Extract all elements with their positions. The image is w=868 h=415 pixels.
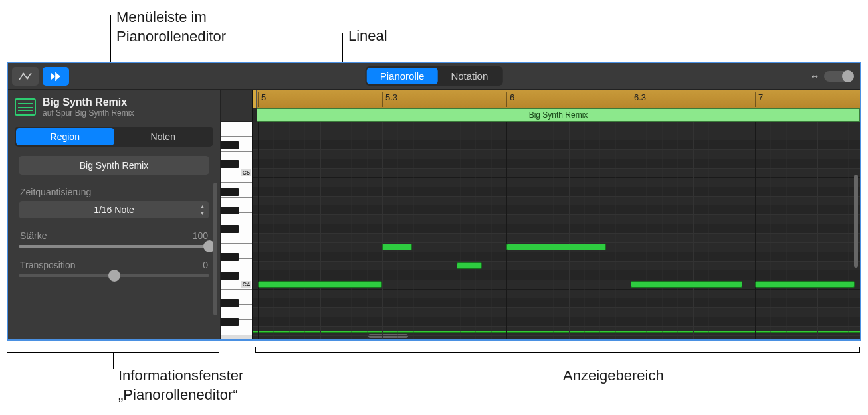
inspector-scrollbar[interactable]	[213, 183, 217, 315]
display-area: 55.366.37 Big Synth Remix C5C4	[221, 90, 860, 339]
midi-note[interactable]	[382, 244, 412, 250]
time-ruler[interactable]: 55.366.37	[253, 90, 860, 108]
callout-line	[113, 352, 114, 369]
region-title: Big Synth Remix	[43, 96, 134, 108]
transpose-slider[interactable]	[19, 274, 209, 277]
view-mode-tabs: Pianorolle Notation	[366, 66, 503, 86]
strength-value: 100	[193, 230, 208, 241]
transpose-value: 0	[203, 260, 208, 270]
svg-point-0	[23, 72, 25, 74]
seg-notes[interactable]: Noten	[114, 128, 213, 145]
region-strip[interactable]: Big Synth Remix	[257, 108, 860, 122]
midi-note[interactable]	[506, 244, 606, 250]
midi-note[interactable]	[258, 281, 382, 288]
key-label: C4	[241, 281, 251, 288]
region-name-field[interactable]: Big Synth Remix	[19, 156, 209, 175]
ruler-mark: 5	[258, 92, 266, 107]
horizontal-zoom-control[interactable]: ↔	[810, 70, 853, 82]
editor-menubar: Pianorolle Notation ↔	[8, 63, 860, 90]
tab-pianoroll[interactable]: Pianorolle	[367, 68, 438, 84]
midi-note[interactable]	[755, 281, 855, 288]
key-label: C5	[241, 169, 251, 176]
chevron-updown-icon: ▴▾	[201, 203, 204, 216]
quantize-select[interactable]: 1/16 Note ▴▾	[19, 201, 209, 218]
svg-rect-2	[55, 72, 56, 81]
zoom-horizontal-icon: ↔	[810, 70, 819, 82]
ruler-mark: 7	[755, 92, 763, 107]
strength-slider[interactable]	[19, 245, 209, 248]
quantize-label: Zeitquantisierung	[20, 187, 91, 197]
callout-inspector: Informationsfenster „Pianorolleneditor“	[118, 367, 243, 404]
inspector-panel: Big Synth Remix auf Spur Big Synth Remix…	[8, 90, 221, 339]
tab-notation[interactable]: Notation	[437, 68, 501, 84]
ruler-mark: 6	[506, 92, 514, 107]
piano-keyboard[interactable]: C5C4	[221, 122, 253, 339]
strength-label: Stärke	[20, 230, 47, 241]
ruler-mark: 5.3	[382, 92, 397, 107]
callout-menubar: Menüleiste im Pianorolleneditor	[116, 8, 226, 46]
note-grid[interactable]	[253, 122, 860, 339]
region-subtitle: auf Spur Big Synth Remix	[43, 108, 134, 118]
vertical-scrollbar[interactable]	[854, 175, 858, 268]
catch-playhead-button[interactable]	[43, 67, 69, 86]
callout-ruler: Lineal	[348, 27, 387, 46]
callout-line	[558, 352, 558, 369]
midi-note[interactable]	[457, 262, 481, 269]
automation-tool-button[interactable]	[12, 67, 39, 86]
quantize-value: 1/16 Note	[94, 205, 134, 215]
zoom-slider[interactable]	[824, 71, 853, 82]
svg-point-1	[27, 77, 29, 79]
ruler-mark: 6.3	[631, 92, 646, 107]
piano-roll-editor: Pianorolle Notation ↔ Big Synth Remix au…	[7, 62, 861, 341]
midi-note[interactable]	[631, 281, 742, 288]
seg-region[interactable]: Region	[16, 128, 114, 145]
inspector-segmented-control: Region Noten	[15, 127, 213, 147]
region-header: Big Synth Remix auf Spur Big Synth Remix	[8, 90, 220, 123]
midi-region-icon	[15, 98, 36, 116]
transpose-label: Transposition	[20, 260, 76, 270]
callout-display: Anzeigebereich	[563, 367, 664, 386]
